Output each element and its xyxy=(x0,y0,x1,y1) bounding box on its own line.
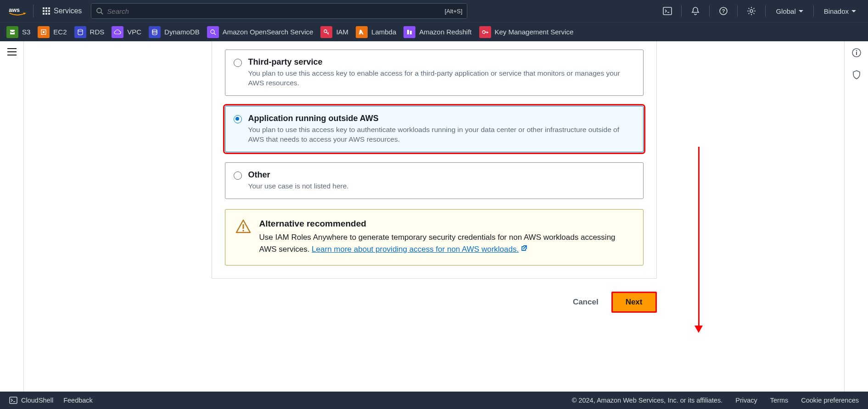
alternative-recommended-alert: Alternative recommended Use IAM Roles An… xyxy=(225,209,644,265)
top-nav: aws Services [Alt+S] ? Global Binadox xyxy=(0,0,868,22)
footer-copyright: © 2024, Amazon Web Services, Inc. or its… xyxy=(572,397,723,404)
next-button[interactable]: Next xyxy=(611,292,657,313)
svc-link-iam[interactable]: IAM xyxy=(320,26,348,38)
security-panel-toggle[interactable] xyxy=(851,70,862,82)
svg-line-2 xyxy=(101,12,103,14)
wizard-actions: Cancel Next xyxy=(212,279,657,313)
option-desc: You plan to use this access key to authe… xyxy=(248,125,635,144)
footer-cookies[interactable]: Cookie preferences xyxy=(801,397,859,404)
svc-link-s3[interactable]: S3 xyxy=(6,26,30,38)
account-label: Binadox xyxy=(824,7,849,15)
alert-body: Use IAM Roles Anywhere to generate tempo… xyxy=(259,232,633,256)
cancel-button[interactable]: Cancel xyxy=(570,293,601,311)
svg-rect-27 xyxy=(10,397,17,403)
svc-link-kms[interactable]: Key Management Service xyxy=(479,26,574,38)
svg-text:aws: aws xyxy=(9,7,20,13)
svg-point-13 xyxy=(211,30,214,33)
right-rail xyxy=(844,41,868,392)
svg-text:?: ? xyxy=(722,8,725,14)
svg-point-18 xyxy=(482,31,485,33)
search-icon xyxy=(96,7,103,15)
svg-point-1 xyxy=(97,8,101,13)
svg-rect-9 xyxy=(43,31,45,33)
option-desc: You plan to use this access key to enabl… xyxy=(248,69,635,88)
svg-point-7 xyxy=(750,10,753,12)
svc-link-dynamodb[interactable]: DynamoDB xyxy=(149,26,200,38)
region-selector[interactable]: Global xyxy=(770,7,808,15)
footer-feedback[interactable]: Feedback xyxy=(63,397,93,404)
s3-icon xyxy=(6,26,18,38)
left-rail xyxy=(0,41,24,392)
cloudshell-icon[interactable] xyxy=(658,6,677,16)
svg-rect-25 xyxy=(242,224,244,229)
side-nav-toggle[interactable] xyxy=(7,48,17,58)
svg-rect-3 xyxy=(663,7,672,15)
option-desc: Your use case is not listed here. xyxy=(248,182,349,191)
svc-link-ec2[interactable]: EC2 xyxy=(38,26,67,38)
ec2-icon xyxy=(38,26,50,38)
footer-cloudshell[interactable]: CloudShell xyxy=(9,396,53,404)
alert-title: Alternative recommended xyxy=(259,219,633,229)
dynamodb-icon xyxy=(149,26,161,38)
svc-link-opensearch[interactable]: Amazon OpenSearch Service xyxy=(207,26,314,38)
svc-link-lambda[interactable]: Lambda xyxy=(356,26,396,38)
svc-link-rds[interactable]: RDS xyxy=(74,26,105,38)
svg-line-14 xyxy=(214,33,216,35)
caret-down-icon xyxy=(851,10,856,12)
global-search[interactable]: [Alt+S] xyxy=(91,3,467,19)
services-label: Services xyxy=(54,7,82,15)
option-title: Application running outside AWS xyxy=(248,114,635,123)
radio-icon xyxy=(234,171,242,180)
settings-icon[interactable] xyxy=(742,6,761,16)
region-label: Global xyxy=(776,7,795,15)
radio-icon xyxy=(234,59,242,67)
svg-point-10 xyxy=(78,29,83,31)
option-outside-aws[interactable]: Application running outside AWS You plan… xyxy=(225,106,644,152)
svc-link-vpc[interactable]: VPC xyxy=(112,26,141,38)
svg-rect-16 xyxy=(407,30,409,34)
help-icon[interactable]: ? xyxy=(714,6,733,16)
svc-link-redshift[interactable]: Amazon Redshift xyxy=(403,26,471,38)
footer-privacy[interactable]: Privacy xyxy=(735,397,757,404)
radio-icon xyxy=(234,115,242,123)
iam-icon xyxy=(320,26,332,38)
learn-more-link[interactable]: Learn more about providing access for no… xyxy=(312,245,528,254)
caret-down-icon xyxy=(799,10,803,12)
services-menu-button[interactable]: Services xyxy=(38,7,86,15)
opensearch-icon xyxy=(207,26,219,38)
warning-icon xyxy=(235,219,251,256)
info-panel-toggle[interactable] xyxy=(851,48,862,60)
aws-logo[interactable]: aws xyxy=(6,5,34,17)
option-third-party[interactable]: Third-party service You plan to use this… xyxy=(225,50,644,96)
svg-point-12 xyxy=(152,31,157,33)
svg-point-23 xyxy=(856,50,857,51)
search-shortcut: [Alt+S] xyxy=(445,8,463,15)
rds-icon xyxy=(74,26,86,38)
external-link-icon xyxy=(521,243,528,255)
account-menu[interactable]: Binadox xyxy=(818,7,862,15)
search-input[interactable] xyxy=(103,7,444,15)
kms-icon xyxy=(479,26,491,38)
redshift-icon xyxy=(403,26,415,38)
grid-icon xyxy=(43,7,50,15)
notifications-icon[interactable] xyxy=(686,6,705,16)
option-title: Other xyxy=(248,170,349,180)
option-title: Third-party service xyxy=(248,57,635,67)
service-shortcut-bar: S3 EC2 RDS VPC DynamoDB Amazon OpenSearc… xyxy=(0,22,868,41)
lambda-icon xyxy=(356,26,368,38)
svg-point-26 xyxy=(242,230,244,232)
svg-rect-17 xyxy=(410,31,412,34)
use-case-card: Third-party service You plan to use this… xyxy=(212,41,657,279)
svg-rect-24 xyxy=(856,52,857,55)
cloudshell-icon xyxy=(9,396,17,404)
main-content: Third-party service You plan to use this… xyxy=(0,41,868,392)
footer: CloudShell Feedback © 2024, Amazon Web S… xyxy=(0,392,868,409)
footer-terms[interactable]: Terms xyxy=(770,397,788,404)
vpc-icon xyxy=(112,26,123,38)
option-other[interactable]: Other Your use case is not listed here. xyxy=(225,162,644,199)
